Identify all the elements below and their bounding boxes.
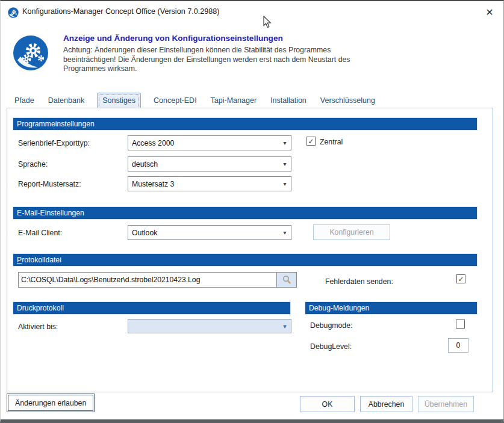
debugmode-checkbox[interactable]: ✓ (456, 320, 465, 329)
tab-bar: Pfade Datenbank Sonstiges Concept-EDI Ta… (8, 93, 376, 108)
combo-value: Mustersatz 3 (128, 180, 279, 188)
section-header-protokolldatei: Protokolldatei (13, 254, 477, 266)
close-button[interactable]: ✕ (479, 4, 500, 20)
combo-value: Access 2000 (128, 139, 279, 147)
chevron-down-icon: ▾ (279, 161, 291, 167)
konfigurieren-button[interactable]: Konfigurieren (313, 224, 390, 240)
serienbrief-exporttyp-select[interactable]: Access 2000 ▾ (128, 135, 291, 150)
combo-value: Outlook (128, 229, 279, 237)
section-header-druckprotokoll: Druckprotokoll (13, 302, 290, 314)
app-logo (13, 35, 49, 71)
tab-sonstiges[interactable]: Sonstiges (97, 93, 141, 109)
chevron-down-icon: ▾ (279, 140, 291, 146)
tab-datenbank[interactable]: Datenbank (47, 93, 86, 108)
window-title: Konfigurations-Manager Concept Office (V… (22, 7, 219, 16)
cancel-button[interactable]: Abbrechen (360, 396, 412, 412)
report-mustersatz-label: Report-Mustersatz: (18, 180, 81, 188)
tab-installation[interactable]: Installation (269, 93, 308, 108)
report-mustersatz-select[interactable]: Mustersatz 3 ▾ (128, 176, 291, 191)
fehlerdaten-senden-checkbox[interactable]: ✓ (456, 274, 465, 283)
aktiviert-bis-label: Aktiviert bis: (18, 323, 58, 331)
combo-value: deutsch (128, 160, 279, 168)
app-icon (8, 7, 19, 18)
aktiviert-bis-select[interactable]: ▾ (128, 319, 291, 333)
tab-pfade[interactable]: Pfade (13, 93, 36, 108)
tab-page-panel: Programmeinstellungen Serienbrief-Export… (7, 108, 493, 392)
section-header-debug-meldungen: Debug-Meldungen (305, 302, 477, 314)
close-icon: ✕ (485, 7, 493, 18)
email-client-select[interactable]: Outlook ▾ (128, 225, 291, 240)
serienbrief-exporttyp-label: Serienbrief-Exporttyp: (18, 139, 90, 147)
email-client-label: E-Mail Client: (18, 229, 62, 237)
log-path-input[interactable] (18, 272, 277, 288)
chevron-down-icon: ▾ (279, 181, 291, 187)
config-manager-window: Konfigurations-Manager Concept Office (V… (0, 0, 504, 423)
browse-log-button[interactable] (277, 272, 297, 288)
magnifier-icon (282, 275, 291, 285)
allow-changes-button[interactable]: Änderungen erlauben (8, 395, 93, 411)
debugmode-label: Debugmode: (310, 321, 352, 330)
ok-button[interactable]: OK (300, 396, 355, 412)
debuglevel-label: DebugLevel: (310, 342, 352, 351)
tab-verschluesselung[interactable]: Verschlüsselung (319, 93, 376, 108)
chevron-down-icon: ▾ (279, 323, 291, 330)
debuglevel-input[interactable] (448, 338, 468, 353)
tab-tapi-manager[interactable]: Tapi-Manager (210, 93, 258, 108)
fehlerdaten-senden-label: Fehlerdaten senden: (325, 277, 393, 286)
zentral-label: Zentral (320, 138, 343, 146)
check-icon: ✓ (308, 137, 314, 144)
section-header-programmeinstellungen: Programmeinstellungen (13, 118, 477, 130)
sprache-select[interactable]: deutsch ▾ (128, 156, 291, 171)
zentral-checkbox[interactable]: ✓ (306, 137, 316, 146)
section-header-email: E-Mail-Einstellungen (13, 207, 477, 219)
mouse-cursor (263, 16, 272, 28)
warning-text: Achtung: Änderungen dieser Einstellungen… (63, 46, 374, 74)
apply-button[interactable]: Übernehmen (418, 396, 474, 412)
page-title: Anzeige und Änderung von Konfigurationse… (63, 34, 283, 43)
check-icon: ✓ (458, 275, 464, 282)
sprache-label: Sprache: (18, 160, 48, 168)
tab-concept-edi[interactable]: Concept-EDI (152, 93, 198, 108)
chevron-down-icon: ▾ (279, 229, 291, 236)
